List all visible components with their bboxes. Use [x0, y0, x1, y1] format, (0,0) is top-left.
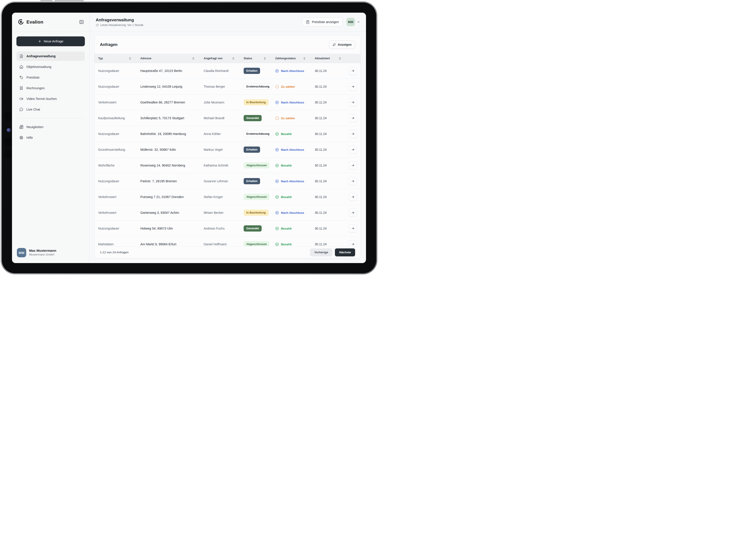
- arrow-right-icon: [351, 211, 355, 214]
- page-title: Anfrageverwaltung: [96, 17, 143, 23]
- open-request-button[interactable]: [349, 177, 357, 185]
- open-request-button[interactable]: [349, 146, 357, 154]
- next-page-button[interactable]: Nächste: [335, 248, 355, 256]
- open-request-button[interactable]: [349, 83, 357, 91]
- app-screen: Evalion Neue Anfr: [12, 13, 366, 263]
- payment-status: Bezahlt: [275, 242, 315, 246]
- table-row[interactable]: Nutzungsdauer Bahnhofstr. 19, 20095 Hamb…: [95, 126, 360, 142]
- sidebar-item-anfrageverwaltung[interactable]: Anfrageverwaltung: [16, 51, 85, 61]
- column-header-aktualisiert[interactable]: Aktualisiert: [315, 57, 343, 60]
- new-request-label: Neue Anfrage: [44, 39, 63, 43]
- sidebar-collapse-icon[interactable]: [79, 20, 84, 24]
- status-badge: Ersteinschätzung: [244, 131, 272, 137]
- status-badge: In Bearbeitung: [244, 99, 269, 105]
- chevron-down-icon: [357, 20, 360, 24]
- sort-icon: [339, 57, 341, 60]
- cell-angefragt-von: Daniel Hoffmann: [204, 242, 244, 246]
- column-header-adresse[interactable]: Adresse: [140, 57, 204, 60]
- pricelist-button[interactable]: Preisliste anzeigen: [302, 18, 343, 26]
- status-badge: Erhalten: [244, 68, 260, 74]
- cell-aktualisiert: 30.11.24: [315, 195, 343, 199]
- sidebar-item-preisliste[interactable]: Preisliste: [16, 73, 85, 82]
- cell-adresse: Lindenweg 12, 04109 Leipzig: [140, 85, 204, 88]
- table-row[interactable]: Nutzungsdauer Lindenweg 12, 04109 Leipzi…: [95, 79, 360, 95]
- sidebar-body: Neue Anfrage Anfrageverwaltung: [12, 32, 89, 263]
- sidebar-item-label: Objektverwaltung: [26, 65, 51, 69]
- cell-adresse: Gartenweg 3, 93047 Achim: [140, 211, 204, 214]
- sort-arrows-icon: [333, 43, 336, 46]
- column-header-status[interactable]: Status: [244, 57, 275, 60]
- cell-aktualisiert: 30.11.24: [315, 148, 343, 151]
- table-row[interactable]: Grundrisserstellung Müllerstr. 32, 50667…: [95, 142, 360, 158]
- table-row[interactable]: Verkehrswert Putzweg 7 21, 01067 Dresden…: [95, 189, 360, 205]
- table-row[interactable]: Nutzungsdauer Parkstr. 7, 28195 Bremen S…: [95, 173, 360, 189]
- status-badge: Gesendet: [244, 225, 262, 231]
- arrow-right-icon: [351, 132, 355, 136]
- open-request-button[interactable]: [349, 130, 357, 138]
- cell-adresse: Goetheallee 66, 28277 Bremen: [140, 101, 204, 104]
- status-badge: In Bearbeitung: [244, 209, 269, 216]
- payment-status: Nach Abschluss: [275, 179, 315, 183]
- cell-typ: Verkehrswert: [98, 211, 140, 214]
- open-request-button[interactable]: [349, 224, 357, 232]
- table-row[interactable]: Verkehrswert Goetheallee 66, 28277 Breme…: [95, 95, 360, 110]
- column-header-typ[interactable]: Typ: [98, 57, 140, 60]
- sidebar-item-rechnungen[interactable]: Rechnungen: [16, 83, 85, 93]
- sidebar-item-objektverwaltung[interactable]: Objektverwaltung: [16, 62, 85, 71]
- sidebar-item-neuigkeiten[interactable]: Neuigkeiten: [16, 122, 85, 132]
- pagination-controls: Vorherige Nächste: [310, 248, 355, 256]
- sidebar-item-live-chat[interactable]: Live Chat: [16, 105, 85, 114]
- payment-status: Bezahlt: [275, 195, 315, 199]
- table-row[interactable]: Verkehrswert Gartenweg 3, 93047 Achim Mi…: [95, 205, 360, 221]
- arrow-right-icon: [351, 69, 355, 73]
- sidebar-item-hilfe[interactable]: Hilfe: [16, 133, 85, 142]
- previous-page-button[interactable]: Vorherige: [310, 248, 332, 256]
- status-badge: Gesendet: [244, 115, 262, 121]
- cell-typ: Nutzungsdauer: [98, 85, 140, 88]
- table-row[interactable]: Nutzungsdauer Hauptstraße 47, 10115 Berl…: [95, 63, 360, 79]
- sidebar-header: Evalion: [12, 13, 89, 32]
- open-request-button[interactable]: [349, 98, 357, 106]
- open-request-button[interactable]: [349, 114, 357, 122]
- payment-status: Nach Abschluss: [275, 101, 315, 104]
- open-request-button[interactable]: [349, 209, 357, 217]
- cell-aktualisiert: 30.11.24: [315, 179, 343, 183]
- open-request-button[interactable]: [349, 193, 357, 201]
- check-circle-icon: [275, 164, 279, 167]
- cell-typ: Wohnfläche: [98, 164, 140, 167]
- view-options-label: Anzeigen: [338, 43, 352, 46]
- payment-status-label: Bezahlt: [281, 242, 292, 246]
- arrow-right-icon: [351, 179, 355, 183]
- account-menu[interactable]: MM: [346, 18, 360, 26]
- home-icon: [19, 65, 23, 69]
- arrow-right-icon: [351, 85, 355, 88]
- sidebar-item-video-termin[interactable]: Video-Termin buchen: [16, 94, 85, 103]
- new-request-button[interactable]: Neue Anfrage: [16, 36, 85, 46]
- payment-status: Bezahlt: [275, 227, 315, 230]
- payment-status-label: Bezahlt: [281, 164, 292, 167]
- open-request-button[interactable]: [349, 67, 357, 75]
- sidebar-user[interactable]: MM Max Mustermann Mustermann GmbH: [16, 247, 85, 258]
- check-circle-icon: [275, 195, 279, 199]
- view-options-button[interactable]: Anzeigen: [329, 40, 355, 49]
- table-row[interactable]: Wohnfläche Rosenweg 14, 90402 Nürnberg K…: [95, 158, 360, 173]
- open-request-button[interactable]: [349, 161, 357, 169]
- arrow-left-circle-icon: [275, 211, 279, 215]
- tablet-device: Evalion Neue Anfr: [0, 0, 378, 276]
- cell-typ: Grundrisserstellung: [98, 148, 140, 151]
- payment-status-label: Bezahlt: [281, 195, 292, 199]
- user-company: Mustermann GmbH: [29, 253, 56, 256]
- cell-typ: Verkehrswert: [98, 101, 140, 104]
- sort-icon: [264, 57, 266, 60]
- column-header-angefragt-von[interactable]: Angefragt von: [204, 57, 244, 60]
- cell-adresse: Parkstr. 7, 28195 Bremen: [140, 179, 204, 183]
- cell-typ: Verkehrswert: [98, 195, 140, 199]
- last-update: Letzte Aktualisierung: Vor 1 Stunde: [96, 24, 143, 27]
- table-body: Nutzungsdauer Hauptstraße 47, 10115 Berl…: [95, 63, 360, 246]
- sidebar-item-label: Video-Termin buchen: [26, 97, 57, 101]
- payment-status: Bezahlt: [275, 164, 315, 167]
- table-row[interactable]: Kaufpreisaufteilung Schillerplatz 5, 701…: [95, 110, 360, 126]
- column-header-zahlungsstatus[interactable]: Zahlungsstatus: [275, 57, 315, 60]
- table-row[interactable]: Nutzungsdauer Holweg 54, 89073 Ulm Andre…: [95, 221, 360, 236]
- sidebar-item-label: Live Chat: [26, 108, 40, 111]
